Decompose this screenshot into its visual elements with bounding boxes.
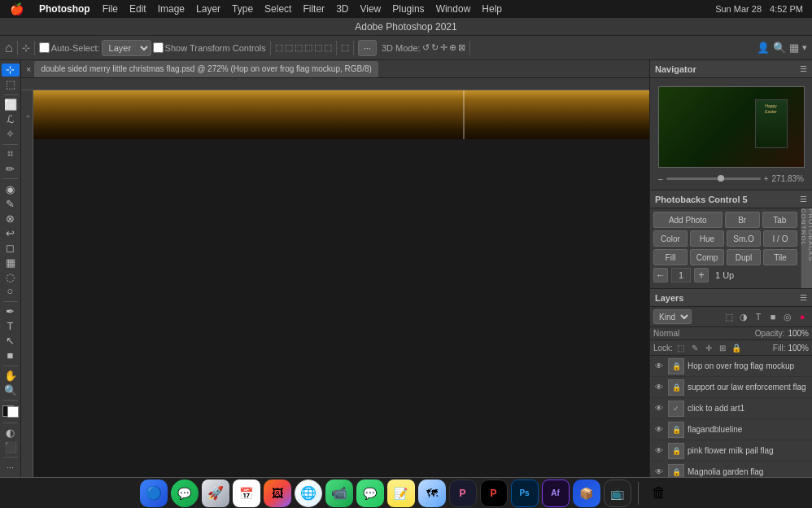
dock-calendar[interactable]: 📅	[233, 480, 260, 507]
layer-visibility-icon[interactable]: 👁	[653, 403, 665, 414]
lasso-tool[interactable]: ℒ	[2, 113, 20, 126]
menu-type[interactable]: Type	[226, 0, 259, 18]
navigator-menu-btn[interactable]: ☰	[800, 64, 807, 73]
auto-select-dropdown[interactable]: Layer Group	[102, 40, 151, 56]
distribute-icon[interactable]: ⬚	[341, 42, 349, 53]
lock-all-btn[interactable]: 🔒	[731, 342, 742, 353]
canvas-tab-close-icon[interactable]: ×	[26, 64, 31, 74]
canvas-tab[interactable]: double sided merry little christmas flag…	[34, 61, 378, 77]
lock-position-btn[interactable]: ✛	[703, 342, 714, 353]
filter-pixel-btn[interactable]: ⬚	[723, 310, 736, 323]
layers-kind-select[interactable]: Kind	[653, 309, 692, 324]
layer-visibility-icon[interactable]: 👁	[653, 424, 665, 436]
layer-visibility-icon[interactable]: 👁	[653, 382, 665, 393]
dock-pixelmator[interactable]: P	[449, 480, 477, 507]
type-tool[interactable]: T	[2, 320, 20, 333]
foreground-color[interactable]	[2, 405, 19, 418]
menu-help[interactable]: Help	[476, 0, 508, 18]
counter-prev-btn[interactable]: ←	[653, 268, 668, 282]
3d-roll-icon[interactable]: ↻	[431, 42, 439, 53]
dock-photoshop[interactable]: Ps	[511, 480, 539, 507]
dock-photos[interactable]: 🖼	[264, 480, 291, 507]
history-brush-tool[interactable]: ↩	[2, 226, 20, 239]
align-right-icon[interactable]: ⬚	[295, 42, 303, 53]
dock-launchpad[interactable]: 🚀	[202, 480, 229, 507]
more-options-btn[interactable]: ···	[358, 40, 377, 56]
view-options-icon[interactable]: ▦	[789, 42, 799, 54]
dock-trash[interactable]: 🗑	[645, 480, 673, 507]
smo-btn[interactable]: Sm.O	[727, 230, 761, 247]
align-bottom-icon[interactable]: ⬚	[324, 42, 332, 53]
layer-visibility-icon[interactable]: 👁	[653, 466, 665, 478]
dupl-btn[interactable]: Dupl	[727, 249, 761, 265]
dock-dropbox[interactable]: 📦	[573, 480, 600, 507]
shape-tool[interactable]: ■	[2, 349, 20, 362]
layers-menu-btn[interactable]: ☰	[800, 293, 807, 302]
extra-tools-btn[interactable]: ···	[2, 461, 20, 474]
move-tool[interactable]: ⊹	[2, 64, 20, 77]
menu-plugins[interactable]: Plugins	[386, 0, 430, 18]
layer-item[interactable]: 👁🔒support our law enforcement flag	[650, 377, 812, 398]
menu-edit[interactable]: Edit	[124, 0, 152, 18]
marquee-tool[interactable]: ⬜	[2, 99, 20, 112]
dock-finder[interactable]: 🔵	[140, 480, 168, 507]
lock-artboard-btn[interactable]: ⊞	[717, 342, 728, 353]
layer-item[interactable]: 👁🔒flagandblueline	[650, 419, 812, 440]
menu-view[interactable]: View	[354, 0, 386, 18]
hue-btn[interactable]: Hue	[690, 230, 724, 247]
3d-scale-icon[interactable]: ⊠	[458, 42, 465, 53]
3d-rotate-icon[interactable]: ↺	[422, 42, 430, 53]
quick-mask-tool[interactable]: ◐	[2, 426, 20, 439]
layer-item[interactable]: 👁✓click to add art1	[650, 398, 812, 419]
path-select-tool[interactable]: ↖	[2, 335, 20, 348]
layer-item[interactable]: 👁🔒pink flower milk pail flag	[650, 440, 812, 462]
menu-layer[interactable]: Layer	[190, 0, 226, 18]
filter-shape-btn[interactable]: ■	[766, 310, 779, 323]
zoom-in-icon[interactable]: +	[764, 174, 769, 183]
layer-item[interactable]: 👁🔒Magnolia garden flag	[650, 462, 812, 477]
canvas-viewport[interactable]	[33, 90, 649, 477]
apple-menu[interactable]: 🍎	[0, 2, 33, 15]
zoom-out-icon[interactable]: –	[658, 174, 663, 183]
zoom-tool[interactable]: 🔍	[2, 383, 20, 396]
artboard-tool[interactable]: ⬚	[2, 78, 20, 91]
dock-pixelmator-pro[interactable]: P	[480, 480, 508, 507]
eraser-tool[interactable]: ◻	[2, 241, 20, 254]
layer-visibility-icon[interactable]: 👁	[653, 445, 665, 457]
dock-maps[interactable]: 🗺	[418, 480, 446, 507]
3d-slide-icon[interactable]: ⊕	[449, 42, 456, 53]
dodge-tool[interactable]: ○	[2, 285, 20, 298]
layers-list[interactable]: 👁🔒Hop on over frog flag mockup👁🔒support …	[650, 356, 812, 477]
dock-messages[interactable]: 💬	[171, 480, 199, 507]
photobacks-menu-btn[interactable]: ☰	[800, 195, 807, 204]
filter-type-btn[interactable]: T	[752, 310, 765, 323]
menu-window[interactable]: Window	[430, 0, 477, 18]
panel-options-icon[interactable]: ▾	[802, 42, 807, 53]
add-photo-btn[interactable]: Add Photo	[653, 212, 723, 228]
align-top-icon[interactable]: ⬚	[304, 42, 312, 53]
align-center-v-icon[interactable]: ⬚	[314, 42, 322, 53]
spot-heal-tool[interactable]: ◉	[2, 182, 20, 195]
dock-safari[interactable]: 🌐	[295, 480, 322, 507]
io-btn[interactable]: I / O	[763, 230, 797, 247]
color-btn[interactable]: Color	[653, 230, 688, 247]
clone-stamp-tool[interactable]: ⊗	[2, 212, 20, 225]
filter-smart-btn[interactable]: ◎	[781, 310, 794, 323]
align-left-icon[interactable]: ⬚	[275, 42, 283, 53]
tab-btn[interactable]: Tab	[762, 212, 797, 228]
user-icon[interactable]: 👤	[757, 42, 770, 54]
menu-image[interactable]: Image	[152, 0, 190, 18]
dock-facetime[interactable]: 📹	[325, 480, 353, 507]
show-transform-checkbox[interactable]	[153, 42, 164, 53]
eyedropper-tool[interactable]: ✏	[2, 162, 20, 175]
filter-active-btn[interactable]: ●	[796, 310, 809, 323]
br-btn[interactable]: Br	[725, 212, 760, 228]
tile-btn[interactable]: Tile	[763, 249, 797, 265]
lock-transparent-btn[interactable]: ⬚	[675, 342, 687, 353]
crop-tool[interactable]: ⌗	[2, 147, 20, 160]
menu-3d[interactable]: 3D	[330, 0, 354, 18]
blur-tool[interactable]: ◌	[2, 270, 20, 283]
brush-tool[interactable]: ✎	[2, 197, 20, 210]
gradient-tool[interactable]: ▦	[2, 256, 20, 269]
menu-filter[interactable]: Filter	[297, 0, 330, 18]
